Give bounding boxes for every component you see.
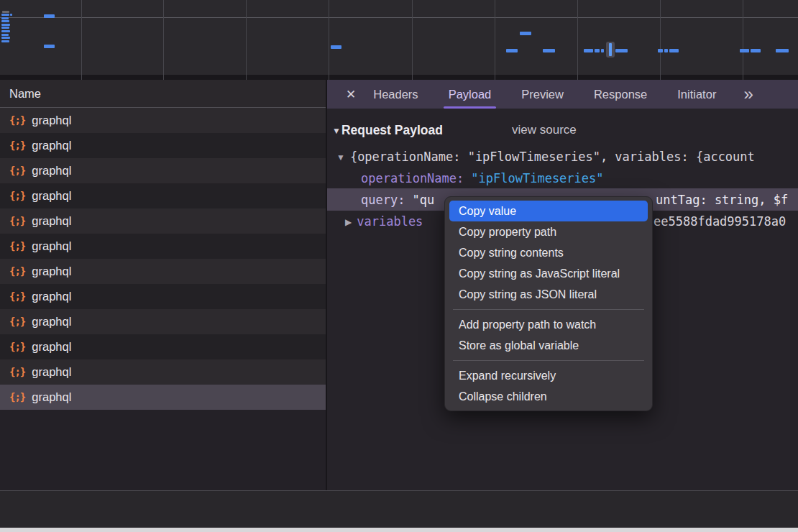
request-name: graphql [32,309,71,334]
menu-item[interactable]: Copy string contents [449,242,648,263]
timeline-bar [506,49,518,52]
request-payload-title: Request Payload [341,123,443,137]
menu-item[interactable]: Copy string as JSON literal [449,284,648,305]
timeline-bar [1,34,9,36]
json-script-icon: {;} [9,183,25,208]
expanded-triangle-icon[interactable]: ▼ [336,152,345,162]
menu-item[interactable]: Copy property path [449,221,648,242]
table-row[interactable]: {;}graphql [0,133,326,158]
request-name: graphql [32,133,71,158]
json-script-icon: {;} [9,385,25,410]
context-menu: Copy valueCopy property pathCopy string … [444,196,653,411]
property-operationname[interactable]: operationName:"ipFlowTimeseries" [361,168,604,189]
timeline-bar [615,49,628,52]
json-script-icon: {;} [9,133,25,158]
json-script-icon: {;} [9,334,25,359]
overview-gridline-horizontal [0,17,798,18]
grid-line [81,0,82,75]
request-name: graphql [32,259,71,284]
table-row[interactable]: {;}graphql [0,259,326,284]
timeline-bar [44,45,55,48]
json-script-icon: {;} [9,359,25,385]
request-name: graphql [32,334,71,359]
tab-preview[interactable]: Preview [521,80,564,109]
request-name: graphql [32,234,71,259]
tab-response[interactable]: Response [594,80,647,109]
timeline-bar [669,49,679,52]
devtools-window: Name {;}graphql{;}graphql{;}graphql{;}gr… [0,0,798,532]
overflow-tabs-icon[interactable]: » [743,80,753,109]
window-bottom-edge [0,528,798,532]
json-script-icon: {;} [9,158,25,183]
timeline-bar [776,49,789,52]
tab-payload[interactable]: Payload [449,80,492,109]
grid-tick [81,75,82,80]
timeline-bar [543,49,555,52]
timeline-bar [10,14,12,16]
menu-item[interactable]: Collapse children [449,386,648,407]
property-key: variables [357,214,423,229]
variables-value-tail: ee5588fdad995178a0 [653,211,786,232]
table-row[interactable]: {;}graphql [0,284,326,309]
menu-item[interactable]: Store as global variable [449,335,648,356]
table-row[interactable]: {;}graphql [0,234,326,259]
grid-line [660,0,661,75]
table-row[interactable]: {;}graphql [0,183,326,208]
property-value-start: "qu [412,193,434,207]
timeline-bar [1,24,10,26]
property-variables[interactable]: ▶variables [345,211,423,232]
timeline-bar [658,49,663,52]
active-tab-underline [444,106,497,109]
menu-divider [453,360,644,361]
request-name: graphql [32,359,71,385]
table-row[interactable]: {;}graphql [0,334,326,359]
tab-headers[interactable]: Headers [373,80,418,109]
tab-initiator[interactable]: Initiator [677,80,716,109]
timeline-bar [1,20,9,22]
menu-item[interactable]: Copy value [449,201,648,221]
timeline-bar [520,32,531,35]
request-name: graphql [32,208,71,234]
column-header-name[interactable]: Name [0,80,326,108]
menu-item[interactable]: Expand recursively [449,365,648,386]
grid-line [495,0,495,75]
network-overview-timeline[interactable] [0,0,798,75]
root-object-preview: {operationName: "ipFlowTimeseries", vari… [350,150,755,164]
menu-item[interactable]: Copy string as JavaScript literal [449,263,648,284]
view-source-link[interactable]: view source [512,119,577,141]
overview-bottom-band [0,75,798,80]
close-icon[interactable]: ✕ [346,87,356,102]
table-row[interactable]: {;}graphql [0,385,326,410]
timeline-bar [601,49,604,52]
selected-request-marker-tick [609,43,612,56]
json-script-icon: {;} [9,284,25,309]
detail-tabs-bar: ✕ HeadersPayloadPreviewResponseInitiator… [327,80,798,109]
section-collapse-icon[interactable]: ▼ [332,126,341,136]
grid-tick [412,75,413,80]
request-payload-header[interactable]: ▼Request Payload [332,119,443,141]
timeline-bar [1,17,9,19]
property-query[interactable]: query:"qu [361,189,434,211]
requests-panel: Name {;}graphql{;}graphql{;}graphql{;}gr… [0,80,326,490]
table-row[interactable]: {;}graphql [0,108,326,133]
name-header-label: Name [9,87,41,100]
timeline-bar [2,11,9,13]
json-script-icon: {;} [9,259,25,284]
timeline-bar [331,45,341,49]
timeline-bar [1,14,9,16]
request-name: graphql [32,158,71,183]
collapsed-triangle-icon[interactable]: ▶ [345,217,352,227]
json-script-icon: {;} [9,234,25,259]
menu-item[interactable]: Add property path to watch [449,314,648,335]
grid-line [412,0,413,75]
grid-tick [577,75,578,80]
payload-root-line[interactable]: ▼{operationName: "ipFlowTimeseries", var… [336,146,755,168]
table-row[interactable]: {;}graphql [0,359,326,385]
table-row[interactable]: {;}graphql [0,158,326,183]
grid-line [246,0,247,75]
footer-area [0,491,798,528]
timeline-bar [1,27,9,29]
table-row[interactable]: {;}graphql [0,208,326,234]
request-list: {;}graphql{;}graphql{;}graphql{;}graphql… [0,108,326,410]
table-row[interactable]: {;}graphql [0,309,326,334]
